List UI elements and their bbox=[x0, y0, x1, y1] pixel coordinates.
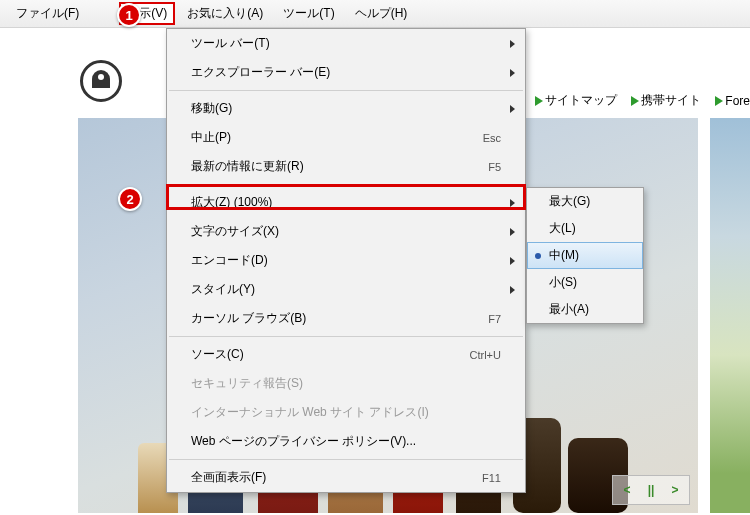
dd-label: カーソル ブラウズ(B) bbox=[191, 310, 306, 327]
menu-favorites[interactable]: お気に入り(A) bbox=[179, 2, 271, 25]
dd-label: エクスプローラー バー(E) bbox=[191, 64, 330, 81]
dd-label: 最新の情報に更新(R) bbox=[191, 158, 304, 175]
header-links: サイトマップ 携帯サイト Fore bbox=[535, 92, 750, 109]
view-dropdown: ツール バー(T) エクスプローラー バー(E) 移動(G) 中止(P)Esc … bbox=[166, 28, 526, 493]
link-label: 携帯サイト bbox=[641, 92, 701, 109]
menu-tools[interactable]: ツール(T) bbox=[275, 2, 342, 25]
link-label: Fore bbox=[725, 94, 750, 108]
menu-zoom[interactable]: 拡大(Z) (100%) bbox=[167, 188, 525, 217]
menu-refresh[interactable]: 最新の情報に更新(R)F5 bbox=[167, 152, 525, 181]
textsize-larger[interactable]: 大(L) bbox=[527, 215, 643, 242]
dd-shortcut: F5 bbox=[488, 161, 501, 173]
sm-label: 最小(A) bbox=[549, 302, 589, 316]
sm-label: 大(L) bbox=[549, 221, 576, 235]
menu-style[interactable]: スタイル(Y) bbox=[167, 275, 525, 304]
sm-label: 小(S) bbox=[549, 275, 577, 289]
dd-label: 拡大(Z) (100%) bbox=[191, 194, 272, 211]
dd-label: 移動(G) bbox=[191, 100, 232, 117]
menu-file[interactable]: ファイル(F) bbox=[8, 2, 87, 25]
carousel-pause-button[interactable]: || bbox=[641, 480, 661, 500]
textsize-smallest[interactable]: 最小(A) bbox=[527, 296, 643, 323]
dd-label: Web ページのプライバシー ポリシー(V)... bbox=[191, 433, 416, 450]
menu-intl-address: インターナショナル Web サイト アドレス(I) bbox=[167, 398, 525, 427]
dd-label: 文字のサイズ(X) bbox=[191, 223, 279, 240]
dd-label: エンコード(D) bbox=[191, 252, 268, 269]
dd-label: スタイル(Y) bbox=[191, 281, 255, 298]
menu-stop[interactable]: 中止(P)Esc bbox=[167, 123, 525, 152]
textsize-smaller[interactable]: 小(S) bbox=[527, 269, 643, 296]
dd-label: 全画面表示(F) bbox=[191, 469, 266, 486]
menu-goto[interactable]: 移動(G) bbox=[167, 94, 525, 123]
radio-icon bbox=[535, 253, 541, 259]
callout-1: 1 bbox=[117, 3, 141, 27]
dd-label: ツール バー(T) bbox=[191, 35, 270, 52]
menu-text-size[interactable]: 文字のサイズ(X) bbox=[167, 217, 525, 246]
text-size-submenu: 最大(G) 大(L) 中(M) 小(S) 最小(A) bbox=[526, 187, 644, 324]
carousel-controls: < || > bbox=[612, 475, 690, 505]
dd-label: ソース(C) bbox=[191, 346, 244, 363]
menu-caret-browse[interactable]: カーソル ブラウズ(B)F7 bbox=[167, 304, 525, 333]
dd-shortcut: F7 bbox=[488, 313, 501, 325]
menu-help[interactable]: ヘルプ(H) bbox=[347, 2, 416, 25]
menu-encoding[interactable]: エンコード(D) bbox=[167, 246, 525, 275]
dd-label: 中止(P) bbox=[191, 129, 231, 146]
sm-label: 中(M) bbox=[549, 248, 579, 262]
textsize-largest[interactable]: 最大(G) bbox=[527, 188, 643, 215]
link-foreign[interactable]: Fore bbox=[715, 92, 750, 109]
menu-toolbars[interactable]: ツール バー(T) bbox=[167, 29, 525, 58]
menu-source[interactable]: ソース(C)Ctrl+U bbox=[167, 340, 525, 369]
menubar: ファイル(F) 表示(V) お気に入り(A) ツール(T) ヘルプ(H) bbox=[0, 0, 750, 28]
dd-shortcut: F11 bbox=[482, 472, 501, 484]
link-sitemap[interactable]: サイトマップ bbox=[535, 92, 617, 109]
dd-label: インターナショナル Web サイト アドレス(I) bbox=[191, 404, 429, 421]
menu-security-report: セキュリティ報告(S) bbox=[167, 369, 525, 398]
link-label: サイトマップ bbox=[545, 92, 617, 109]
separator bbox=[169, 336, 523, 337]
separator bbox=[169, 459, 523, 460]
menu-fullscreen[interactable]: 全画面表示(F)F11 bbox=[167, 463, 525, 492]
carousel-next-button[interactable]: > bbox=[665, 480, 685, 500]
menu-explorer-bars[interactable]: エクスプローラー バー(E) bbox=[167, 58, 525, 87]
separator bbox=[169, 90, 523, 91]
dd-shortcut: Ctrl+U bbox=[470, 349, 501, 361]
link-mobile[interactable]: 携帯サイト bbox=[631, 92, 701, 109]
carousel-prev-button[interactable]: < bbox=[617, 480, 637, 500]
callout-2: 2 bbox=[118, 187, 142, 211]
separator bbox=[169, 184, 523, 185]
site-logo-icon bbox=[80, 60, 122, 102]
dd-shortcut: Esc bbox=[483, 132, 501, 144]
dd-label: セキュリティ報告(S) bbox=[191, 375, 303, 392]
textsize-medium[interactable]: 中(M) bbox=[527, 242, 643, 269]
side-image bbox=[710, 118, 750, 513]
menu-privacy-policy[interactable]: Web ページのプライバシー ポリシー(V)... bbox=[167, 427, 525, 456]
sm-label: 最大(G) bbox=[549, 194, 590, 208]
